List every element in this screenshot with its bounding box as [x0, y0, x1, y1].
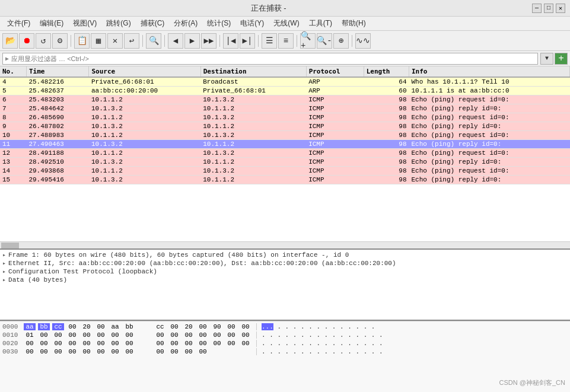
record-button[interactable]: ⏺ — [19, 33, 34, 49]
table-row[interactable]: 525.482637aa:bb:cc:00:20:00Private_66:68… — [0, 87, 570, 95]
hex-ascii: . . . . . . . . . . . . . . . . — [262, 332, 383, 339]
table-cell: 10.1.1.2 — [89, 149, 200, 158]
separator5 — [258, 35, 259, 47]
next-button[interactable]: ▶ — [184, 33, 200, 49]
menu-item[interactable]: 统计(S) — [202, 17, 235, 30]
hex-byte — [211, 348, 223, 355]
copy-button[interactable]: 📋 — [74, 33, 90, 49]
hex-row: 00300000000000000000 00000000. . . . . .… — [2, 348, 568, 356]
hex-byte: 00 — [109, 332, 121, 339]
title-text: 正在捕获 - — [5, 3, 532, 14]
table-cell: 10.1.3.2 — [89, 176, 200, 184]
detail-row[interactable]: ▸Configuration Test Protocol (loopback) — [2, 267, 568, 276]
detail-row[interactable]: ▸Data (40 bytes) — [2, 276, 568, 284]
table-cell: 10.1.3.2 — [89, 158, 200, 167]
table-cell: 98 — [364, 158, 409, 167]
menu-item[interactable]: 跳转(G) — [101, 17, 135, 30]
detail-text: Frame 1: 60 bytes on wire (480 bits), 60… — [8, 251, 349, 259]
table-cell: 25.483203 — [26, 95, 89, 104]
table-cell: 25.482637 — [26, 87, 89, 95]
table-cell: 98 — [364, 104, 409, 113]
table-cell: ICMP — [306, 104, 364, 113]
table-row[interactable]: 1529.49541610.1.3.210.1.1.2ICMP98Echo (p… — [0, 176, 570, 184]
table-cell: 60 — [364, 87, 409, 95]
table-row[interactable]: 725.48464210.1.3.210.1.1.2ICMP98Echo (pi… — [0, 104, 570, 113]
refresh-button[interactable]: ↺ — [36, 33, 51, 49]
zoom-reset-button[interactable]: ⊕ — [333, 33, 349, 49]
detail-expand-icon: ▸ — [2, 251, 6, 259]
hex-byte: 00 — [95, 332, 107, 339]
fast-fwd-button[interactable]: ▶▶ — [201, 33, 216, 49]
table-cell: 14 — [0, 167, 26, 176]
filter-input[interactable] — [11, 55, 535, 62]
table-row[interactable]: 1228.49118810.1.1.210.1.3.2ICMP98Echo (p… — [0, 149, 570, 158]
hex-ascii: ... . . . . . . . . . . . . . — [262, 323, 375, 330]
menu-item[interactable]: 视图(V) — [68, 17, 101, 30]
minimize-button[interactable]: — — [532, 4, 542, 13]
settings-button[interactable]: ⚙ — [52, 33, 68, 49]
filter-dropdown-button[interactable]: ▼ — [540, 53, 553, 65]
reload-button[interactable]: ↩ — [124, 33, 139, 49]
table-column-header: Length — [364, 66, 409, 77]
detail-row[interactable]: ▸Frame 1: 60 bytes on wire (480 bits), 6… — [2, 251, 568, 259]
close-button[interactable]: ✕ — [556, 4, 565, 13]
separator3 — [164, 35, 165, 47]
table-cell: 29.495416 — [26, 176, 89, 184]
horizontal-scrollbar[interactable] — [0, 241, 570, 248]
menu-item[interactable]: 分析(A) — [169, 17, 202, 30]
detail-row[interactable]: ▸Ethernet II, Src: aa:bb:cc:00:20:00 (aa… — [2, 259, 568, 267]
table-cell: 28.492510 — [26, 158, 89, 167]
menu-item[interactable]: 帮助(H) — [337, 17, 371, 30]
detail-expand-icon: ▸ — [2, 276, 6, 283]
table-row[interactable]: 1127.49046310.1.3.210.1.1.2ICMP98Echo (p… — [0, 140, 570, 149]
hex-byte: 00 — [197, 348, 209, 355]
hex-byte: 01 — [24, 332, 36, 339]
menu-item[interactable]: 电话(Y) — [235, 17, 269, 30]
detail-view-button[interactable]: ≡ — [278, 33, 294, 49]
hex-byte: 00 — [197, 332, 209, 339]
menu-item[interactable]: 无线(W) — [269, 17, 304, 30]
h-scroll-thumb[interactable] — [1, 243, 19, 248]
table-row[interactable]: 1328.49251010.1.3.210.1.1.2ICMP98Echo (p… — [0, 158, 570, 167]
first-button[interactable]: |◀ — [223, 33, 238, 49]
detail-expand-icon: ▸ — [2, 260, 6, 267]
grid-button[interactable]: ▦ — [91, 33, 106, 49]
hex-byte: 90 — [211, 323, 223, 330]
hex-byte — [225, 348, 237, 355]
table-row[interactable]: 1027.48898310.1.1.210.1.3.2ICMP98Echo (p… — [0, 131, 570, 140]
packet-table-wrap: No.TimeSourceDestinationProtocolLengthIn… — [0, 66, 570, 250]
hex-content[interactable]: 0000aabbcc002000aabb cc002000900000... .… — [0, 321, 570, 392]
table-row[interactable]: 625.48320310.1.1.210.1.3.2ICMP98Echo (pi… — [0, 95, 570, 104]
prev-button[interactable]: ◀ — [168, 33, 183, 49]
wave-button[interactable]: ∿∿ — [355, 33, 371, 49]
filter-add-button[interactable]: + — [555, 53, 568, 65]
hex-byte: 00 — [66, 340, 78, 347]
table-cell: 9 — [0, 122, 26, 131]
last-button[interactable]: ▶| — [240, 33, 255, 49]
table-row[interactable]: 826.48569010.1.1.210.1.3.2ICMP98Echo (pi… — [0, 113, 570, 122]
menu-item[interactable]: 编辑(E) — [35, 17, 68, 30]
menu-item[interactable]: 工具(T) — [304, 17, 337, 30]
hex-byte: 00 — [38, 348, 50, 355]
table-row[interactable]: 1429.49386810.1.1.210.1.3.2ICMP98Echo (p… — [0, 167, 570, 176]
hex-byte: 00 — [168, 348, 180, 355]
find-button[interactable]: 🔍 — [146, 33, 161, 49]
hex-byte: 00 — [225, 332, 237, 339]
hex-byte — [240, 348, 251, 355]
menu-item[interactable]: 捕获(C) — [136, 17, 170, 30]
table-cell: 25.482216 — [26, 77, 89, 87]
list-view-button[interactable]: ☰ — [262, 33, 277, 49]
hex-byte: 00 — [183, 348, 195, 355]
maximize-button[interactable]: □ — [544, 4, 553, 13]
table-cell: 13 — [0, 158, 26, 167]
table-cell: 10.1.1.2 — [200, 140, 306, 149]
open-file-button[interactable]: 📂 — [2, 33, 18, 49]
hex-byte: 00 — [109, 348, 121, 355]
zoom-in-button[interactable]: 🔍+ — [300, 33, 316, 49]
delete-button[interactable]: ✕ — [107, 33, 123, 49]
zoom-out-button[interactable]: 🔍- — [317, 33, 332, 49]
table-container[interactable]: No.TimeSourceDestinationProtocolLengthIn… — [0, 66, 570, 241]
table-row[interactable]: 425.482216Private_66:68:01BroadcastARP64… — [0, 77, 570, 87]
table-row[interactable]: 926.48780210.1.3.210.1.1.2ICMP98Echo (pi… — [0, 122, 570, 131]
menu-item[interactable]: 文件(F) — [2, 17, 35, 30]
